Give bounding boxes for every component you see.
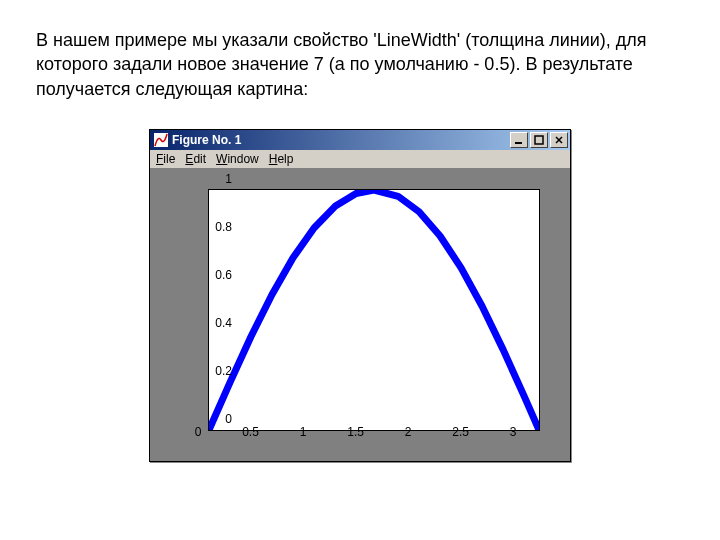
y-tick-label: 0.6 bbox=[192, 268, 232, 282]
y-tick-label: 0.2 bbox=[192, 364, 232, 378]
menu-edit[interactable]: Edit bbox=[185, 152, 206, 166]
x-tick-label: 1 bbox=[300, 425, 307, 439]
x-tick-label: 3 bbox=[510, 425, 517, 439]
app-icon bbox=[154, 133, 168, 147]
plot-area: 00.20.40.60.8100.511.522.53 bbox=[150, 169, 570, 461]
description-paragraph: В нашем примере мы указали свойство 'Lin… bbox=[36, 28, 684, 101]
menu-help[interactable]: Help bbox=[269, 152, 294, 166]
figure-window: Figure No. 1 Fdocument.currentScript.pre… bbox=[149, 129, 571, 462]
chart-curve bbox=[209, 190, 539, 430]
y-tick-label: 1 bbox=[192, 172, 232, 186]
menu-bar: Fdocument.currentScript.previousElementS… bbox=[150, 150, 570, 169]
x-tick-label: 0 bbox=[195, 425, 202, 439]
x-tick-label: 1.5 bbox=[347, 425, 364, 439]
minimize-button[interactable] bbox=[510, 132, 528, 148]
chart-axes bbox=[208, 189, 540, 431]
svg-rect-2 bbox=[535, 136, 543, 144]
x-tick-label: 2.5 bbox=[452, 425, 469, 439]
y-tick-label: 0 bbox=[192, 412, 232, 426]
x-tick-label: 0.5 bbox=[242, 425, 259, 439]
menu-window[interactable]: Window bbox=[216, 152, 259, 166]
window-title: Figure No. 1 bbox=[172, 133, 510, 147]
y-tick-label: 0.4 bbox=[192, 316, 232, 330]
x-tick-label: 2 bbox=[405, 425, 412, 439]
y-tick-label: 0.8 bbox=[192, 220, 232, 234]
menu-file[interactable]: Fdocument.currentScript.previousElementS… bbox=[156, 152, 175, 166]
close-button[interactable] bbox=[550, 132, 568, 148]
svg-rect-1 bbox=[515, 142, 522, 144]
title-bar: Figure No. 1 bbox=[150, 130, 570, 150]
maximize-button[interactable] bbox=[530, 132, 548, 148]
